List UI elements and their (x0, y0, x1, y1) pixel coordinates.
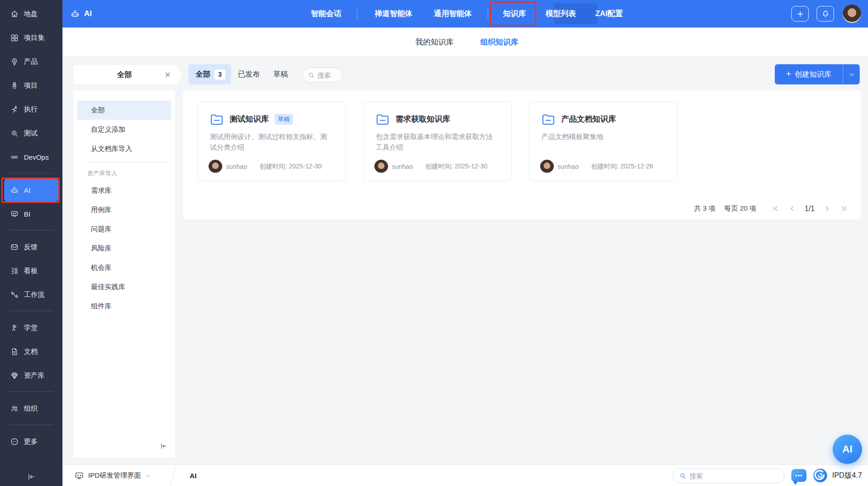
tab-my-knowledge-base[interactable]: 我的知识库 (416, 28, 454, 57)
create-button-main[interactable]: +创建知识库 (775, 70, 843, 79)
sidebar-item-bi[interactable]: BI (0, 202, 62, 226)
owner-avatar (540, 160, 554, 173)
floating-ai-button[interactable]: AI (833, 435, 862, 464)
nav-separator (488, 9, 488, 19)
toolbar-tab-published[interactable]: 已发布 (238, 64, 260, 84)
execution-runner-icon (10, 105, 19, 114)
folder-icon (376, 113, 389, 125)
owner-avatar (209, 160, 222, 173)
sidebar-item-product[interactable]: 产品 (0, 50, 62, 73)
search-icon (308, 72, 315, 78)
chevron-up-icon (145, 473, 151, 479)
knowledge-card-test[interactable]: 测试知识库 草稿 测试用例设计、测试过程相关指标、测试分类介绍 sunhao 创… (197, 101, 346, 181)
category-item-component-lib[interactable]: 组件库 (77, 296, 171, 316)
pagination-next-button[interactable] (823, 205, 831, 212)
nav-item-smart-chat[interactable]: 智能会话 (311, 0, 341, 28)
header-add-button[interactable] (791, 6, 809, 22)
category-item-requirement-lib[interactable]: 需求库 (77, 181, 171, 200)
card-title: 产品文档知识库 (561, 114, 616, 124)
sidebar-item-ai[interactable]: AI (4, 178, 58, 202)
header-notifications-button[interactable] (817, 6, 834, 22)
org-people-icon (10, 404, 19, 413)
create-button-dropdown[interactable] (843, 64, 860, 84)
sidebar-item-label: 地盘 (24, 10, 38, 18)
sidebar-item-label: 项目 (24, 81, 38, 90)
category-item-all[interactable]: 全部 (77, 101, 171, 120)
sidebar-item-execution[interactable]: 执行 (0, 97, 62, 121)
knowledge-card-requirement[interactable]: 需求获取知识库 包含需求获取基本理论和需求获取方法工具介绍 sunhao 创建时… (363, 101, 512, 181)
pagination-prev-button[interactable] (788, 205, 796, 212)
tab-org-knowledge-base[interactable]: 组织知识库 (480, 28, 519, 57)
folder-icon (541, 113, 555, 125)
sidebar-item-asset[interactable]: 资产库 (0, 363, 62, 387)
sidebar-item-workflow[interactable]: 工作流 (0, 283, 62, 307)
sidebar-item-test[interactable]: 测试 (0, 121, 62, 145)
filter-clear-icon[interactable]: ✕ (164, 70, 183, 80)
panel-collapse-button[interactable] (159, 442, 168, 452)
cards-row: 测试知识库 草稿 测试用例设计、测试过程相关指标、测试分类介绍 sunhao 创… (197, 101, 677, 181)
category-item-usecase-lib[interactable]: 用例库 (77, 200, 171, 219)
sidebar-item-label: 资产库 (24, 371, 45, 380)
knowledge-subheader: 我的知识库 组织知识库 (62, 28, 868, 57)
create-knowledge-base-button[interactable]: +创建知识库 (775, 64, 860, 84)
workspace-label: IPD研发管理界面 (88, 471, 141, 480)
sidebar-item-school[interactable]: 学堂 (0, 316, 62, 340)
app-screen: 地盘 项目集 产品 项目 执行 测试 DevOps AI (0, 0, 868, 486)
toolbar-tab-draft[interactable]: 草稿 (273, 64, 288, 84)
toolbar-tab-all[interactable]: 全部 3 (188, 64, 231, 84)
category-item-import-doc[interactable]: 从文档库导入 (77, 139, 171, 158)
pagination-last-button[interactable] (840, 205, 848, 212)
chat-bubble-icon[interactable]: ••• (791, 469, 806, 482)
ai-robot-icon (10, 186, 19, 195)
nav-item-knowledge-base[interactable]: 知识库 (503, 0, 526, 28)
nav-item-model-list[interactable]: 模型列表 (546, 0, 576, 28)
bottom-search-input[interactable] (689, 472, 763, 480)
chevron-down-icon (849, 72, 855, 78)
breadcrumb: AI (190, 465, 197, 486)
sidebar-item-doc[interactable]: 文档 (0, 340, 62, 363)
sidebar-item-org[interactable]: 组织 (0, 397, 62, 420)
sidebar-item-more[interactable]: 更多 (0, 430, 62, 453)
sidebar-divider (9, 425, 53, 425)
category-item-risk-lib[interactable]: 风险库 (77, 239, 171, 258)
doc-icon (10, 347, 19, 356)
collapse-left-icon (159, 442, 168, 450)
devops-infinity-icon (10, 153, 19, 162)
sidebar-divider (9, 230, 53, 230)
card-owner: sunhao (392, 163, 413, 170)
sidebar-item-feedback[interactable]: 反馈 (0, 235, 62, 259)
category-item-custom-add[interactable]: 自定义添加 (77, 120, 171, 139)
filter-header-title: 全部 (73, 70, 164, 80)
toolbar-search-input[interactable] (317, 72, 340, 79)
card-title-row: 测试知识库 草稿 (210, 113, 333, 125)
sidebar-item-home[interactable]: 地盘 (0, 2, 62, 26)
knowledge-card-product-doc[interactable]: 产品文档知识库 产品文档模板聚集地 sunhao 创建时间: 2025-12-2… (529, 101, 677, 181)
sidebar-item-label: AI (24, 186, 30, 194)
version-label: IPD版4.7 (832, 465, 862, 486)
pagination-first-button[interactable] (772, 205, 779, 212)
category-item-best-practice-lib[interactable]: 最佳实践库 (77, 277, 171, 296)
category-item-issue-lib[interactable]: 问题库 (77, 219, 171, 239)
card-owner: sunhao (558, 163, 579, 170)
kanban-icon (10, 267, 19, 275)
pagination-per-page[interactable]: 每页 20 项 (724, 204, 756, 213)
nav-item-zai-config[interactable]: ZAI配置 (595, 0, 623, 28)
card-created-time: 创建时间: 2025-12-30 (425, 162, 487, 171)
workspace-switcher[interactable]: IPD研发管理界面 (74, 465, 151, 486)
category-item-opportunity-lib[interactable]: 机会库 (77, 258, 171, 277)
last-page-icon (840, 205, 848, 212)
sidebar-item-kanban[interactable]: 看板 (0, 259, 62, 283)
brand-label: AI (84, 9, 92, 18)
user-avatar[interactable] (843, 5, 861, 23)
zentao-logo[interactable] (813, 468, 828, 483)
sidebar-item-program[interactable]: 项目集 (0, 26, 62, 50)
sidebar-item-project[interactable]: 项目 (0, 73, 62, 97)
nav-item-zentao-agent[interactable]: 禅道智能体 (375, 0, 413, 28)
category-section-label: 资产库导入 (73, 166, 175, 181)
sidebar-collapse-button[interactable] (0, 472, 62, 481)
sidebar-item-label: 更多 (24, 437, 38, 446)
sidebar-item-label: 反馈 (24, 243, 38, 251)
nav-item-general-agent[interactable]: 通用智能体 (434, 0, 472, 28)
sidebar-item-devops[interactable]: DevOps (0, 145, 62, 169)
app-brand: AI (70, 0, 92, 28)
